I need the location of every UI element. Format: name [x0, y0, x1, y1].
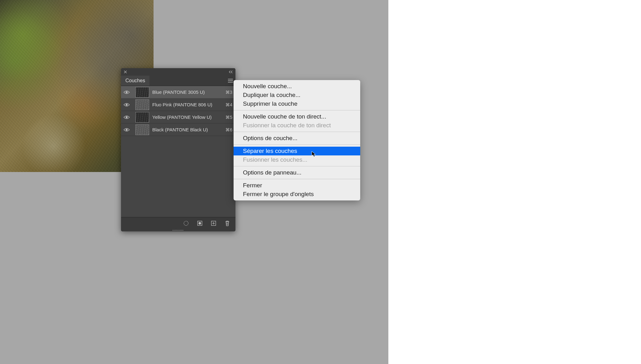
menu-item-label: Nouvelle couche de ton direct...	[243, 113, 326, 120]
tab-channels-label: Couches	[125, 78, 145, 83]
menu-item-new-spot-channel[interactable]: Nouvelle couche de ton direct...	[234, 112, 360, 121]
menu-item-split-channels[interactable]: Séparer les couches	[234, 147, 360, 155]
new-channel-icon[interactable]	[210, 220, 217, 226]
visibility-eye-icon[interactable]	[124, 115, 130, 119]
menu-item-delete-channel[interactable]: Supprimer la couche	[234, 99, 360, 108]
channels-context-menu: Nouvelle couche... Dupliquer la couche..…	[234, 80, 360, 200]
panel-tabs: Couches	[121, 76, 235, 86]
channel-name: Yellow (PANTONE Yellow U)	[152, 114, 222, 120]
channel-shortcut: ⌘4	[225, 102, 232, 107]
menu-item-label: Fusionner la couche de ton direct	[243, 122, 331, 129]
close-icon[interactable]	[124, 70, 127, 74]
channel-shortcut: ⌘3	[225, 90, 232, 95]
channel-thumbnail	[135, 87, 149, 98]
channel-row[interactable]: Black (PANTONE Black U) ⌘6	[121, 124, 235, 136]
panel-footer	[121, 217, 235, 229]
channel-name: Black (PANTONE Black U)	[152, 127, 222, 132]
menu-item-label: Séparer les couches	[243, 148, 297, 154]
svg-point-2	[126, 116, 128, 118]
menu-item-new-channel[interactable]: Nouvelle couche...	[234, 82, 360, 91]
svg-point-3	[126, 129, 128, 131]
menu-item-merge-spot-channel: Fusionner la couche de ton direct	[234, 121, 360, 130]
svg-point-6	[199, 222, 201, 225]
collapse-icon[interactable]	[229, 70, 233, 73]
channel-row[interactable]: Fluo Pink (PANTONE 806 U) ⌘4	[121, 99, 235, 111]
white-margin	[388, 0, 641, 364]
channel-shortcut: ⌘5	[225, 115, 232, 120]
menu-item-label: Fermer le groupe d'onglets	[243, 191, 314, 197]
menu-item-close[interactable]: Fermer	[234, 181, 360, 190]
menu-item-label: Fusionner les couches...	[243, 156, 307, 163]
menu-separator	[234, 166, 360, 166]
trash-icon[interactable]	[224, 220, 230, 226]
menu-item-merge-channels: Fusionner les couches...	[234, 155, 360, 164]
menu-item-label: Fermer	[243, 182, 262, 189]
menu-separator	[234, 144, 360, 145]
svg-point-1	[126, 104, 128, 106]
menu-item-label: Nouvelle couche...	[243, 83, 292, 89]
visibility-eye-icon[interactable]	[124, 103, 130, 107]
channel-row[interactable]: Yellow (PANTONE Yellow U) ⌘5	[121, 111, 235, 124]
channels-panel: Couches Blue (PANTONE 3005 U) ⌘3	[121, 68, 235, 231]
channels-list: Blue (PANTONE 3005 U) ⌘3 Fluo Pink (PANT…	[121, 86, 235, 136]
svg-point-4	[184, 221, 188, 225]
menu-item-panel-options[interactable]: Options de panneau...	[234, 168, 360, 177]
channel-thumbnail	[135, 112, 149, 123]
menu-item-label: Dupliquer la couche...	[243, 92, 300, 98]
menu-item-duplicate-channel[interactable]: Dupliquer la couche...	[234, 91, 360, 99]
load-selection-icon[interactable]	[183, 220, 189, 226]
channel-thumbnail	[135, 99, 149, 110]
menu-separator	[234, 110, 360, 110]
menu-item-close-tab-group[interactable]: Fermer le groupe d'onglets	[234, 190, 360, 199]
menu-item-label: Supprimer la couche	[243, 100, 297, 107]
menu-item-label: Options de couche...	[243, 135, 297, 141]
channel-name: Blue (PANTONE 3005 U)	[152, 89, 222, 95]
channels-panel-body: Blue (PANTONE 3005 U) ⌘3 Fluo Pink (PANT…	[121, 86, 235, 217]
channel-name: Fluo Pink (PANTONE 806 U)	[152, 102, 222, 107]
panel-menu-icon[interactable]	[228, 79, 233, 83]
channel-row[interactable]: Blue (PANTONE 3005 U) ⌘3	[121, 86, 235, 99]
svg-point-0	[126, 91, 128, 93]
channel-shortcut: ⌘6	[225, 127, 232, 132]
visibility-eye-icon[interactable]	[124, 90, 130, 94]
save-selection-icon[interactable]	[197, 220, 203, 226]
panel-titlebar[interactable]	[121, 68, 235, 76]
tab-channels[interactable]: Couches	[121, 76, 149, 86]
panel-resize-handle[interactable]	[121, 229, 235, 231]
menu-item-channel-options[interactable]: Options de couche...	[234, 134, 360, 143]
visibility-eye-icon[interactable]	[124, 128, 130, 132]
menu-item-label: Options de panneau...	[243, 169, 301, 176]
channel-thumbnail	[135, 124, 149, 135]
menu-separator	[234, 132, 360, 132]
menu-separator	[234, 179, 360, 179]
